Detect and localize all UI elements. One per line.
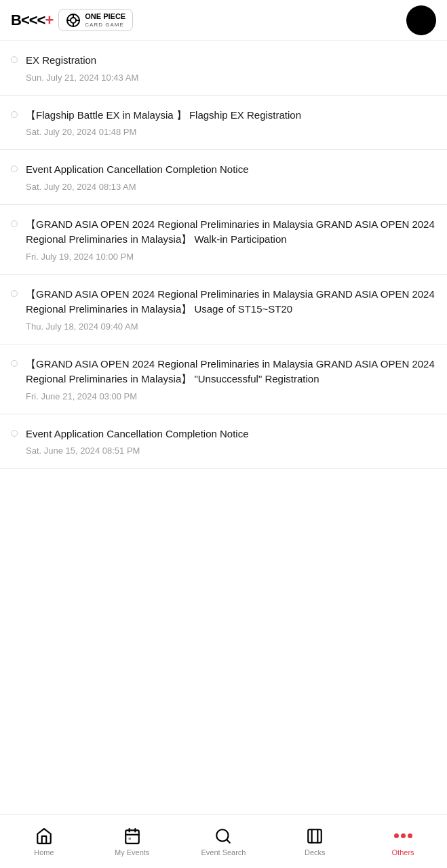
app-header: B<<<+ ONE PIECE CARD GAME [0, 0, 447, 41]
dot-indicator [11, 220, 18, 227]
item-date: Sat. July 20, 2024 08:13 AM [26, 182, 436, 192]
bottom-navigation: Home My Events Event Search [0, 814, 447, 868]
onepiece-logo[interactable]: ONE PIECE CARD GAME [58, 9, 133, 31]
list-item[interactable]: EX Registration Sun. July 21, 2024 10:43… [0, 41, 447, 96]
news-list: EX Registration Sun. July 21, 2024 10:43… [0, 41, 447, 523]
list-item[interactable]: Event Application Cancellation Completio… [0, 150, 447, 205]
item-content: 【GRAND ASIA OPEN 2024 Regional Prelimina… [26, 217, 436, 262]
list-item[interactable]: Event Application Cancellation Completio… [0, 414, 447, 469]
svg-line-12 [227, 840, 231, 843]
nav-others[interactable]: Others [376, 821, 430, 862]
item-content: 【GRAND ASIA OPEN 2024 Regional Prelimina… [26, 357, 436, 401]
item-content: EX Registration Sun. July 21, 2024 10:43… [26, 53, 436, 83]
decks-icon [305, 827, 324, 846]
calendar-icon [123, 827, 142, 846]
bell-icon [414, 13, 429, 28]
nav-others-label: Others [392, 848, 414, 856]
list-item[interactable]: 【GRAND ASIA OPEN 2024 Regional Prelimina… [0, 344, 447, 414]
onepiece-brand-icon [66, 13, 81, 28]
item-content: Event Application Cancellation Completio… [26, 162, 436, 192]
item-date: Sun. July 21, 2024 10:43 AM [26, 73, 436, 83]
list-item[interactable]: 【GRAND ASIA OPEN 2024 Regional Prelimina… [0, 275, 447, 344]
svg-rect-6 [125, 830, 139, 844]
list-item[interactable]: 【Flagship Battle EX in Malaysia 】 Flagsh… [0, 96, 447, 151]
item-content: Event Application Cancellation Completio… [26, 427, 436, 456]
list-item[interactable]: 【GRAND ASIA OPEN 2024 Regional Prelimina… [0, 205, 447, 275]
item-title: 【GRAND ASIA OPEN 2024 Regional Prelimina… [26, 287, 436, 317]
onepiece-subtitle: CARD GAME [85, 22, 125, 28]
item-date: Thu. July 18, 2024 09:40 AM [26, 321, 436, 332]
dot-indicator [11, 360, 18, 367]
dot-indicator [11, 165, 18, 172]
item-content: 【GRAND ASIA OPEN 2024 Regional Prelimina… [26, 287, 436, 332]
dot-indicator [11, 111, 18, 118]
home-icon [35, 827, 54, 846]
item-title: Event Application Cancellation Completio… [26, 427, 436, 442]
nav-decks[interactable]: Decks [288, 821, 342, 862]
nav-home-label: Home [34, 848, 54, 856]
bccg-logo: B<<<+ [11, 12, 53, 29]
item-date: Sat. June 15, 2024 08:51 PM [26, 446, 436, 456]
item-title: 【GRAND ASIA OPEN 2024 Regional Prelimina… [26, 357, 436, 387]
svg-rect-10 [128, 837, 130, 840]
notification-button[interactable] [406, 5, 436, 35]
dots-icon [393, 827, 412, 846]
nav-home[interactable]: Home [17, 821, 71, 862]
nav-my-events[interactable]: My Events [105, 821, 159, 862]
item-date: Fri. June 21, 2024 03:00 PM [26, 391, 436, 401]
item-date: Sat. July 20, 2024 01:48 PM [26, 127, 436, 137]
item-title: EX Registration [26, 53, 436, 68]
nav-my-events-label: My Events [115, 848, 149, 856]
item-title: 【Flagship Battle EX in Malaysia 】 Flagsh… [26, 108, 436, 123]
onepiece-name: ONE PIECE [85, 12, 125, 21]
nav-event-search-label: Event Search [201, 848, 246, 856]
search-icon [214, 827, 233, 846]
svg-point-1 [71, 18, 76, 23]
item-date: Fri. July 19, 2024 10:00 PM [26, 252, 436, 262]
item-title: Event Application Cancellation Completio… [26, 162, 436, 178]
logo-group: B<<<+ ONE PIECE CARD GAME [11, 9, 133, 31]
nav-event-search[interactable]: Event Search [193, 821, 254, 862]
item-content: 【Flagship Battle EX in Malaysia 】 Flagsh… [26, 108, 436, 138]
svg-rect-13 [312, 829, 318, 843]
dot-indicator [11, 290, 18, 297]
dot-indicator [11, 430, 18, 437]
item-title: 【GRAND ASIA OPEN 2024 Regional Prelimina… [26, 217, 436, 248]
nav-decks-label: Decks [305, 848, 326, 856]
dot-indicator [11, 56, 18, 63]
